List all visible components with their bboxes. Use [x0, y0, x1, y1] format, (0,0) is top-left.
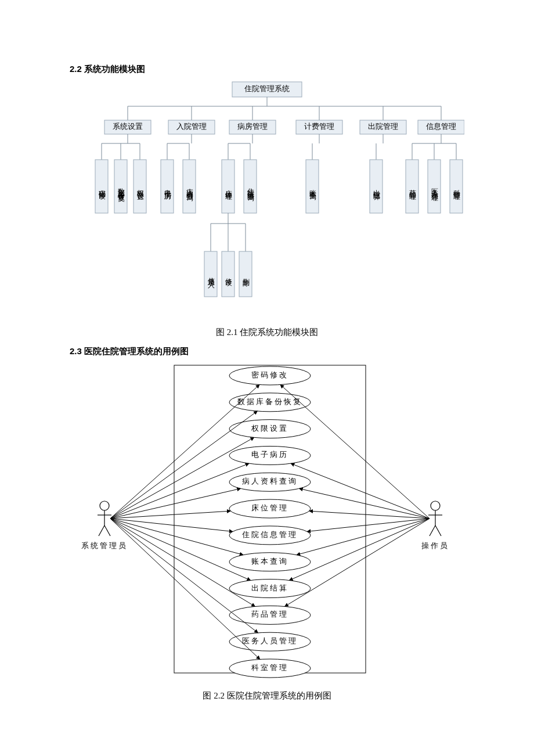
svg-line-119	[110, 463, 249, 519]
section-2-2-title: 2.2 系统功能模块图	[70, 64, 464, 75]
svg-line-131	[309, 511, 430, 519]
svg-text:信息管理: 信息管理	[426, 122, 456, 131]
svg-line-120	[110, 488, 241, 519]
svg-text:入院管理: 入院管理	[176, 122, 207, 131]
section-2-3-title: 2.3 医院住院管理系统的用例图	[70, 346, 464, 357]
module-hierarchy-diagram: 住院管理系统系统设置入院管理病房管理计费管理出院管理信息管理密码修改数据库备份恢…	[70, 77, 464, 321]
svg-text:数据库备份恢复: 数据库备份恢复	[237, 397, 302, 406]
svg-text:床位管理: 床位管理	[251, 503, 288, 512]
svg-text:出院结算: 出院结算	[251, 584, 288, 592]
figure-2-1-caption: 图 2.1 住院系统功能模块图	[70, 327, 464, 338]
svg-line-129	[291, 463, 430, 519]
svg-line-130	[299, 488, 430, 519]
svg-line-134	[289, 519, 430, 580]
svg-line-121	[110, 511, 230, 519]
svg-text:出院管理: 出院管理	[368, 122, 398, 131]
svg-line-113	[430, 525, 435, 536]
svg-text:科室管理: 科室管理	[251, 663, 288, 672]
svg-text:病人资料查询: 病人资料查询	[242, 477, 298, 485]
svg-text:系统设置: 系统设置	[113, 122, 143, 131]
svg-line-133	[297, 519, 430, 555]
svg-point-110	[431, 501, 440, 510]
svg-text:计费管理: 计费管理	[304, 122, 334, 131]
svg-text:药品管理: 药品管理	[251, 610, 288, 618]
svg-line-107	[99, 525, 104, 536]
svg-text:账本查询: 账本查询	[251, 557, 288, 566]
svg-text:电子病历: 电子病历	[251, 450, 288, 459]
svg-point-104	[100, 501, 109, 510]
svg-line-124	[110, 519, 251, 580]
svg-line-117	[110, 411, 257, 519]
svg-text:医务人员管理: 医务人员管理	[242, 636, 298, 645]
svg-text:操作员: 操作员	[421, 541, 449, 550]
svg-text:密码修改: 密码修改	[251, 370, 288, 379]
svg-line-114	[435, 525, 441, 536]
svg-line-108	[104, 525, 110, 536]
svg-text:住院管理系统: 住院管理系统	[244, 84, 290, 93]
svg-text:病房管理: 病房管理	[237, 122, 268, 131]
use-case-diagram: 密码修改数据库备份恢复权限设置电子病历病人资料查询床位管理住院信息管理账本查询出…	[70, 359, 464, 685]
svg-text:系统管理员: 系统管理员	[81, 541, 128, 550]
figure-2-2-caption: 图 2.2 医院住院管理系统的用例图	[70, 690, 464, 701]
svg-line-123	[110, 519, 243, 555]
svg-text:住院信息管理: 住院信息管理	[241, 530, 298, 539]
svg-text:权限设置: 权限设置	[251, 424, 288, 433]
